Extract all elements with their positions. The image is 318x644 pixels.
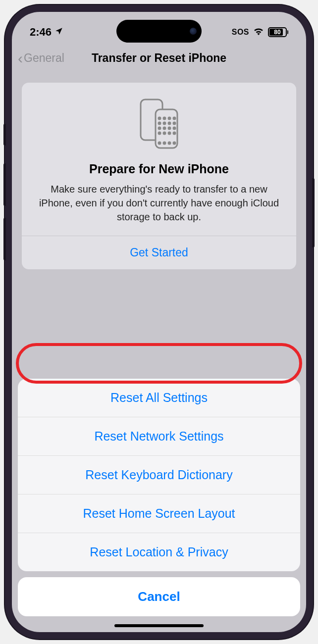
card-description: Make sure everything's ready to transfer… (32, 182, 286, 224)
svg-point-20 (168, 142, 170, 144)
dynamic-island (116, 20, 202, 43)
svg-point-19 (163, 142, 165, 144)
home-indicator[interactable] (114, 624, 204, 627)
svg-point-2 (159, 117, 160, 119)
device-frame: 2:46 SOS 80 (5, 5, 313, 639)
transfer-phones-icon (32, 97, 286, 151)
svg-point-9 (173, 122, 175, 124)
cancel-button[interactable]: Cancel (18, 577, 300, 616)
reset-location-privacy-button[interactable]: Reset Location & Privacy (18, 533, 300, 571)
svg-point-15 (163, 132, 165, 134)
svg-point-21 (173, 142, 175, 144)
svg-point-12 (168, 127, 170, 129)
prepare-card: Prepare for New iPhone Make sure everyth… (22, 83, 296, 269)
screen: 2:46 SOS 80 (12, 12, 306, 632)
svg-point-13 (173, 127, 175, 129)
volume-down-button (3, 218, 6, 260)
svg-point-3 (163, 117, 165, 119)
sheet-options: Reset All Settings Reset Network Setting… (18, 379, 300, 571)
power-button (312, 178, 315, 248)
reset-network-settings-button[interactable]: Reset Network Settings (18, 417, 300, 456)
volume-up-button (3, 163, 6, 206)
svg-point-11 (163, 127, 165, 129)
svg-point-7 (163, 122, 165, 124)
mute-switch (3, 124, 6, 146)
status-time: 2:46 (30, 26, 52, 39)
svg-point-4 (168, 117, 170, 119)
svg-point-6 (159, 122, 160, 124)
action-sheet: Reset Reset All Settings Reset Network S… (12, 379, 306, 632)
reset-home-screen-layout-button[interactable]: Reset Home Screen Layout (18, 495, 300, 533)
sos-indicator: SOS (232, 28, 249, 37)
battery-indicator: 80 (268, 27, 288, 37)
back-label: General (24, 51, 64, 65)
battery-level: 80 (274, 29, 280, 36)
nav-bar: ‹ General Transfer or Reset iPhone (12, 43, 306, 72)
card-title: Prepare for New iPhone (32, 162, 286, 176)
back-button[interactable]: ‹ General (18, 51, 64, 66)
svg-point-17 (173, 132, 175, 134)
front-camera (190, 28, 197, 35)
svg-point-14 (159, 132, 160, 134)
svg-point-8 (168, 122, 170, 124)
highlight-annotation (16, 343, 302, 384)
svg-point-16 (168, 132, 170, 134)
wifi-icon (253, 27, 264, 37)
svg-point-5 (173, 117, 175, 119)
chevron-left-icon: ‹ (18, 51, 23, 66)
page-title: Transfer or Reset iPhone (92, 51, 226, 65)
reset-all-settings-button[interactable]: Reset All Settings (18, 379, 300, 417)
get-started-button[interactable]: Get Started (32, 236, 286, 269)
svg-point-10 (159, 127, 160, 129)
reset-keyboard-dictionary-button[interactable]: Reset Keyboard Dictionary (18, 456, 300, 495)
svg-point-18 (159, 142, 160, 144)
location-icon (54, 26, 63, 39)
